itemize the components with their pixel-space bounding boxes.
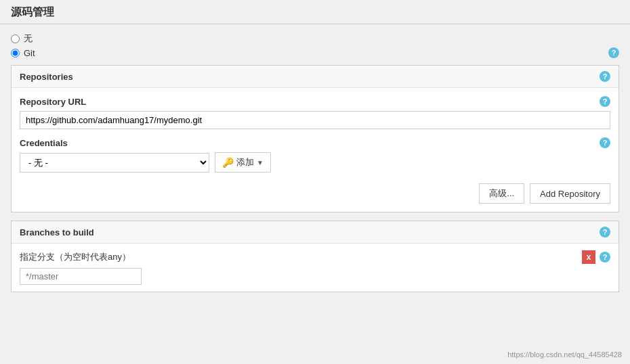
remove-icon: x [587, 252, 591, 262]
key-icon: 🔑 [222, 157, 234, 168]
content-area: 无 Git ? Repositories ? Repository URL [0, 24, 630, 300]
git-help-icon[interactable]: ? [608, 47, 619, 58]
none-radio-input[interactable] [11, 35, 20, 43]
branch-row-header: 指定分支（为空时代表any） x ? [20, 250, 610, 264]
branches-help-icon[interactable]: ? [600, 227, 610, 237]
branch-icons-row: x ? [582, 250, 610, 264]
branches-header-label: Branches to build [20, 227, 94, 237]
none-radio-row: 无 [11, 32, 619, 45]
git-radio-input[interactable] [11, 49, 20, 58]
git-radio-row: Git ? [11, 47, 619, 58]
add-repository-button[interactable]: Add Repository [530, 183, 610, 204]
credentials-help-icon[interactable]: ? [600, 137, 610, 148]
repo-url-field: Repository URL ? [20, 96, 610, 129]
repo-url-label-row: Repository URL ? [20, 96, 610, 107]
repositories-body: Repository URL ? Credentials ? - 无 - [12, 88, 618, 212]
repositories-header-label: Repositories [20, 72, 73, 82]
action-row: 高级... Add Repository [20, 181, 610, 204]
branch-input[interactable] [20, 268, 142, 285]
branch-help-icon[interactable]: ? [600, 252, 610, 263]
advanced-button[interactable]: 高级... [479, 183, 524, 204]
repositories-help-icon[interactable]: ? [600, 71, 610, 82]
repo-url-label: Repository URL [20, 97, 86, 107]
git-radio-item: Git [11, 48, 35, 58]
git-radio-label: Git [24, 48, 35, 58]
branches-section: Branches to build ? 指定分支（为空时代表any） x ? [11, 221, 619, 292]
page-title: 源码管理 [0, 0, 630, 24]
repositories-header: Repositories ? [12, 66, 618, 88]
credentials-label-row: Credentials ? [20, 137, 610, 148]
none-radio-item: 无 [11, 32, 33, 45]
remove-branch-button[interactable]: x [582, 250, 595, 264]
add-credentials-label: 添加 [236, 156, 254, 168]
credentials-label: Credentials [20, 138, 68, 148]
watermark: https://blog.csdn.net/qq_44585428 [507, 350, 622, 359]
add-credentials-button[interactable]: 🔑 添加 ▼ [215, 152, 271, 173]
credentials-row: - 无 - 🔑 添加 ▼ [20, 152, 610, 173]
credentials-field: Credentials ? - 无 - 🔑 添加 ▼ [20, 137, 610, 173]
credentials-select[interactable]: - 无 - [20, 153, 209, 173]
branches-header: Branches to build ? [12, 221, 618, 244]
add-credentials-arrow-icon: ▼ [257, 159, 264, 166]
branches-body: 指定分支（为空时代表any） x ? [12, 244, 618, 292]
repo-url-help-icon[interactable]: ? [600, 96, 610, 107]
repositories-section: Repositories ? Repository URL ? Credenti… [11, 65, 619, 212]
branch-desc-label: 指定分支（为空时代表any） [20, 251, 131, 263]
repo-url-input[interactable] [20, 111, 610, 129]
none-radio-label: 无 [24, 32, 33, 45]
page-container: 源码管理 无 Git ? Repositories ? [0, 0, 630, 364]
